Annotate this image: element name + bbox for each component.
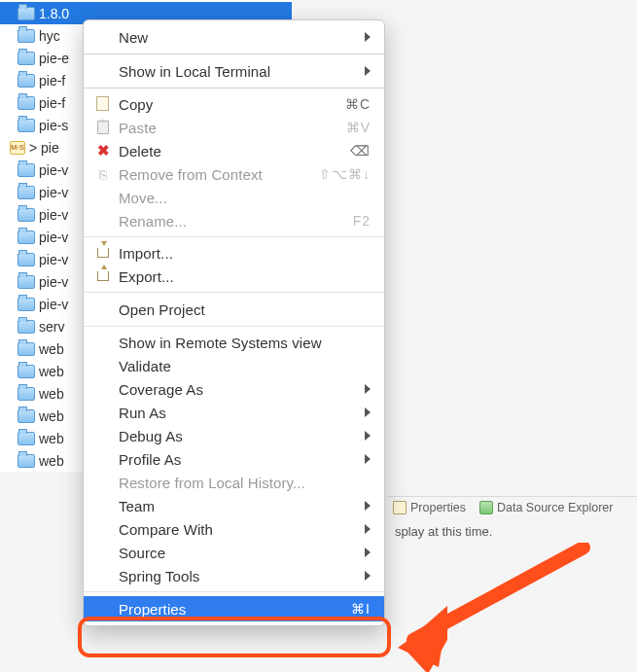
menu-debug-as[interactable]: Debug As bbox=[84, 424, 384, 447]
folder-icon bbox=[18, 119, 35, 132]
folder-icon bbox=[18, 74, 35, 88]
copy-icon bbox=[95, 96, 111, 112]
menu-spring-tools[interactable]: Spring Tools bbox=[84, 564, 384, 587]
folder-icon bbox=[18, 52, 35, 65]
tab-label: Properties bbox=[410, 501, 466, 514]
menu-label: Open Project bbox=[119, 301, 371, 318]
menu-label: Coverage As bbox=[119, 381, 357, 398]
menu-compare-with[interactable]: Compare With bbox=[84, 517, 384, 541]
menu-run-as[interactable]: Run As bbox=[84, 401, 384, 424]
folder-icon bbox=[18, 387, 35, 401]
tree-item-label: pie-v bbox=[39, 207, 68, 223]
tree-item-label: pie-f bbox=[39, 95, 65, 111]
folder-icon bbox=[18, 409, 35, 423]
tree-item-label: serv bbox=[39, 319, 64, 335]
menu-validate[interactable]: Validate bbox=[84, 354, 384, 377]
folder-icon bbox=[18, 275, 35, 289]
menu-label: Move... bbox=[119, 190, 371, 206]
menu-label: Debug As bbox=[119, 428, 357, 444]
delete-icon: ✖ bbox=[95, 143, 111, 159]
submenu-arrow-icon bbox=[365, 524, 371, 534]
menu-label: New bbox=[119, 29, 357, 46]
folder-icon bbox=[18, 230, 35, 244]
submenu-arrow-icon bbox=[365, 431, 371, 441]
menu-label: Show in Remote Systems view bbox=[119, 335, 371, 351]
menu-show-local-terminal[interactable]: Show in Local Terminal bbox=[84, 58, 384, 84]
tab-data-source-explorer[interactable]: Data Source Explorer bbox=[479, 501, 614, 514]
blank-icon bbox=[95, 405, 111, 420]
folder-icon bbox=[18, 454, 35, 468]
menu-import[interactable]: Import... bbox=[84, 241, 384, 265]
tree-item-label: pie-s bbox=[39, 118, 68, 133]
tree-item-label: pie-v bbox=[39, 230, 68, 245]
context-menu: New Show in Local Terminal Copy ⌘C Paste… bbox=[83, 19, 385, 626]
folder-icon bbox=[18, 298, 35, 311]
modified-badge-icon: M·S bbox=[10, 141, 25, 155]
blank-icon bbox=[95, 451, 111, 467]
tree-item-label: web bbox=[39, 364, 64, 379]
menu-label: Import... bbox=[119, 245, 371, 262]
blank-icon bbox=[95, 568, 111, 584]
menu-shortcut: ⇧⌥⌘↓ bbox=[319, 166, 371, 182]
import-icon bbox=[95, 245, 111, 261]
svg-marker-1 bbox=[398, 613, 447, 667]
menu-shortcut: ⌘C bbox=[345, 96, 371, 112]
menu-properties[interactable]: Properties ⌘I bbox=[84, 596, 384, 621]
tree-item-label: web bbox=[39, 431, 64, 446]
menu-paste: Paste ⌘V bbox=[84, 116, 384, 139]
folder-icon bbox=[18, 96, 35, 110]
menu-coverage-as[interactable]: Coverage As bbox=[84, 377, 384, 401]
menu-team[interactable]: Team bbox=[84, 494, 384, 517]
submenu-arrow-icon bbox=[365, 407, 371, 417]
menu-export[interactable]: Export... bbox=[84, 265, 384, 288]
annotation-arrow-icon bbox=[394, 543, 608, 672]
tab-properties[interactable]: Properties bbox=[393, 501, 466, 514]
tree-item-label: pie-v bbox=[39, 297, 68, 312]
tree-item-label: web bbox=[39, 408, 64, 424]
menu-restore-local-history: Restore from Local History... bbox=[84, 471, 384, 494]
menu-label: Delete bbox=[119, 143, 342, 159]
folder-icon bbox=[18, 365, 35, 378]
menu-label: Rename... bbox=[119, 213, 345, 230]
tree-item-label: pie-v bbox=[39, 185, 68, 200]
folder-icon bbox=[18, 208, 35, 222]
menu-separator bbox=[84, 326, 384, 327]
menu-move: Move... bbox=[84, 186, 384, 209]
remove-context-icon: ⎘ bbox=[95, 166, 111, 182]
menu-label: Profile As bbox=[119, 451, 357, 468]
submenu-arrow-icon bbox=[365, 548, 371, 557]
menu-delete[interactable]: ✖ Delete ⌫ bbox=[84, 139, 384, 162]
tree-item-label: web bbox=[39, 341, 64, 357]
folder-icon bbox=[18, 320, 35, 334]
menu-label: Properties bbox=[119, 601, 343, 618]
folder-icon bbox=[18, 342, 35, 356]
menu-profile-as[interactable]: Profile As bbox=[84, 447, 384, 471]
tree-item-label: > pie bbox=[29, 140, 59, 156]
menu-new[interactable]: New bbox=[84, 24, 384, 50]
menu-shortcut: ⌘I bbox=[351, 601, 371, 617]
tab-label: Data Source Explorer bbox=[497, 501, 614, 514]
menu-label: Export... bbox=[119, 268, 371, 285]
menu-label: Source bbox=[119, 545, 357, 561]
blank-icon bbox=[95, 29, 111, 45]
tree-item-label: pie-e bbox=[39, 51, 69, 66]
blank-icon bbox=[95, 63, 111, 79]
data-source-icon bbox=[479, 501, 493, 514]
menu-source[interactable]: Source bbox=[84, 541, 384, 564]
menu-copy[interactable]: Copy ⌘C bbox=[84, 92, 384, 116]
menu-shortcut: ⌫ bbox=[350, 143, 371, 159]
menu-open-project[interactable]: Open Project bbox=[84, 297, 384, 322]
menu-label: Validate bbox=[119, 358, 371, 374]
menu-label: Remove from Context bbox=[119, 166, 311, 183]
submenu-arrow-icon bbox=[365, 454, 371, 464]
tree-item-label: pie-v bbox=[39, 162, 68, 178]
folder-icon bbox=[18, 253, 35, 266]
menu-show-remote-systems-view[interactable]: Show in Remote Systems view bbox=[84, 331, 384, 354]
blank-icon bbox=[95, 475, 111, 490]
blank-icon bbox=[95, 521, 111, 537]
tree-item-label: web bbox=[39, 386, 64, 402]
disclosure-icon[interactable] bbox=[0, 143, 4, 153]
submenu-arrow-icon bbox=[365, 32, 371, 42]
blank-icon bbox=[95, 545, 111, 560]
bottom-panel: Properties Data Source Explorer splay at… bbox=[387, 496, 637, 539]
